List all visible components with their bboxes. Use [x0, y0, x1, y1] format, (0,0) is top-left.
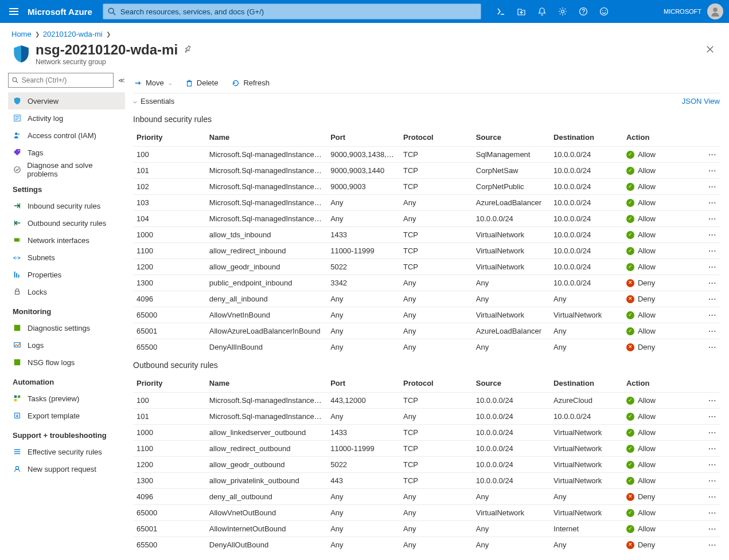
row-more-icon[interactable]: ··· — [708, 508, 716, 517]
table-row[interactable]: 101Microsoft.Sql-managedInstances_U...90… — [133, 163, 720, 179]
sidebar-item-export-template[interactable]: Export template — [8, 407, 125, 424]
table-row[interactable]: 104Microsoft.Sql-managedInstances_U...An… — [133, 211, 720, 227]
refresh-button[interactable]: Refresh — [231, 76, 271, 89]
row-more-icon[interactable]: ··· — [708, 182, 716, 191]
table-row[interactable]: 65500DenyAllInBoundAnyAnyAnyAny✕Deny··· — [133, 339, 720, 355]
table-row[interactable]: 101Microsoft.Sql-managedInstances_U...An… — [133, 409, 720, 425]
directories-icon[interactable] — [511, 0, 532, 23]
sidebar-item-diag-settings[interactable]: Diagnostic settings — [8, 319, 125, 336]
table-header[interactable]: Destination — [550, 374, 623, 393]
table-header[interactable]: Source — [473, 374, 550, 393]
sidebar-item-tasks[interactable]: Tasks (preview) — [8, 390, 125, 407]
row-more-icon[interactable]: ··· — [708, 541, 716, 549]
account-label[interactable]: MICROSOFT — [664, 8, 701, 15]
table-header[interactable]: Port — [327, 128, 400, 147]
row-more-icon[interactable]: ··· — [708, 198, 716, 207]
table-header[interactable]: Protocol — [400, 374, 473, 393]
essentials-label[interactable]: Essentials — [141, 97, 682, 105]
row-more-icon[interactable]: ··· — [708, 476, 716, 485]
sidebar-item-flow-logs[interactable]: NSG flow logs — [8, 354, 125, 371]
sidebar-item-inbound-rules[interactable]: Inbound security rules — [8, 197, 125, 214]
table-row[interactable]: 65000AllowVnetInBoundAnyAnyVirtualNetwor… — [133, 307, 720, 323]
sidebar-item-properties[interactable]: Properties — [8, 266, 125, 283]
table-header[interactable]: Priority — [133, 128, 206, 147]
delete-button[interactable]: Delete — [184, 76, 220, 89]
row-more-icon[interactable]: ··· — [708, 166, 716, 175]
row-more-icon[interactable]: ··· — [708, 214, 716, 223]
row-more-icon[interactable]: ··· — [708, 412, 716, 421]
table-row[interactable]: 65001AllowInternetOutBoundAnyAnyAnyInter… — [133, 521, 720, 537]
avatar[interactable] — [707, 3, 723, 19]
table-row[interactable]: 1200allow_geodr_outbound5022TCP10.0.0.0/… — [133, 457, 720, 473]
table-row[interactable]: 65000AllowVnetOutBoundAnyAnyVirtualNetwo… — [133, 505, 720, 521]
table-header[interactable]: Name — [206, 374, 327, 393]
table-row[interactable]: 1000allow_tds_inbound1433TCPVirtualNetwo… — [133, 227, 720, 243]
row-more-icon[interactable]: ··· — [708, 311, 716, 319]
sidebar-item-activity-log[interactable]: Activity log — [8, 109, 125, 127]
sidebar-item-support-request[interactable]: New support request — [8, 460, 125, 477]
row-more-icon[interactable]: ··· — [708, 396, 716, 405]
breadcrumb-parent[interactable]: 20210120-wda-mi — [43, 30, 103, 38]
notifications-icon[interactable] — [532, 0, 552, 23]
pin-icon[interactable] — [184, 45, 192, 55]
table-row[interactable]: 103Microsoft.Sql-managedInstances_U...An… — [133, 195, 720, 211]
table-row[interactable]: 1300allow_privatelink_outbound443TCP10.0… — [133, 473, 720, 489]
table-row[interactable]: 4096deny_all_inboundAnyAnyAnyAny✕Deny··· — [133, 291, 720, 307]
cloud-shell-icon[interactable] — [490, 0, 511, 23]
table-header[interactable]: Protocol — [400, 128, 473, 147]
brand-label[interactable]: Microsoft Azure — [28, 7, 100, 17]
row-more-icon[interactable]: ··· — [708, 492, 716, 501]
row-more-icon[interactable]: ··· — [708, 263, 716, 271]
global-search-input[interactable] — [103, 7, 481, 16]
sidebar-search-input[interactable] — [22, 76, 110, 84]
row-more-icon[interactable]: ··· — [708, 343, 716, 351]
sidebar-item-overview[interactable]: Overview — [8, 92, 125, 109]
sidebar-item-iam[interactable]: Access control (IAM) — [8, 127, 125, 144]
sidebar-item-outbound-rules[interactable]: Outbound security rules — [8, 214, 125, 232]
sidebar-item-effective-rules[interactable]: Effective security rules — [8, 443, 125, 460]
feedback-icon[interactable] — [594, 0, 614, 23]
table-row[interactable]: 1200allow_geodr_inbound5022TCPVirtualNet… — [133, 259, 720, 275]
row-more-icon[interactable]: ··· — [708, 246, 716, 255]
sidebar-item-nics[interactable]: Network interfaces — [8, 232, 125, 249]
sidebar-item-diagnose[interactable]: Diagnose and solve problems — [8, 161, 125, 178]
hamburger-icon[interactable] — [0, 0, 28, 23]
sidebar-item-locks[interactable]: Locks — [8, 283, 125, 300]
row-more-icon[interactable]: ··· — [708, 295, 716, 303]
json-view-link[interactable]: JSON View — [682, 97, 720, 105]
table-row[interactable]: 65001AllowAzureLoadBalancerInBoundAnyAny… — [133, 323, 720, 339]
breadcrumb-home[interactable]: Home — [11, 30, 32, 38]
table-row[interactable]: 1300public_endpoint_inbound3342AnyAny10.… — [133, 275, 720, 291]
table-row[interactable]: 4096deny_all_outboundAnyAnyAnyAny✕Deny··… — [133, 489, 720, 505]
sidebar-item-logs[interactable]: Logs — [8, 336, 125, 354]
sidebar-item-subnets[interactable]: <·>Subnets — [8, 249, 125, 266]
table-row[interactable]: 1100allow_redirect_inbound11000-11999TCP… — [133, 243, 720, 259]
sidebar-item-tags[interactable]: Tags — [8, 144, 125, 161]
settings-icon[interactable] — [552, 0, 573, 23]
help-icon[interactable] — [573, 0, 594, 23]
table-row[interactable]: 100Microsoft.Sql-managedInstances_U...90… — [133, 147, 720, 163]
global-search[interactable] — [103, 3, 481, 19]
table-header[interactable]: Action — [623, 374, 696, 393]
close-icon[interactable] — [703, 42, 718, 58]
table-row[interactable]: 102Microsoft.Sql-managedInstances_U...90… — [133, 179, 720, 195]
row-more-icon[interactable]: ··· — [708, 327, 716, 335]
row-more-icon[interactable]: ··· — [708, 428, 716, 437]
move-button[interactable]: Move⌵ — [133, 76, 173, 89]
row-more-icon[interactable]: ··· — [708, 524, 716, 533]
table-header[interactable]: Priority — [133, 374, 206, 393]
table-header[interactable]: Destination — [550, 128, 623, 147]
table-header[interactable]: Source — [473, 128, 550, 147]
table-row[interactable]: 1100allow_redirect_outbound11000-11999TC… — [133, 441, 720, 457]
table-header[interactable]: Name — [206, 128, 327, 147]
table-row[interactable]: 100Microsoft.Sql-managedInstances_U...44… — [133, 393, 720, 409]
sidebar-search[interactable] — [8, 73, 114, 88]
chevron-down-icon[interactable]: ⌵ — [133, 97, 137, 105]
row-more-icon[interactable]: ··· — [708, 279, 716, 287]
table-row[interactable]: 65500DenyAllOutBoundAnyAnyAnyAny✕Deny··· — [133, 537, 720, 553]
table-row[interactable]: 1000allow_linkedserver_outbound1433TCP10… — [133, 425, 720, 441]
row-more-icon[interactable]: ··· — [708, 230, 716, 239]
table-header[interactable]: Port — [327, 374, 400, 393]
table-header[interactable]: Action — [623, 128, 696, 147]
collapse-sidebar-icon[interactable]: ≪ — [118, 77, 125, 84]
